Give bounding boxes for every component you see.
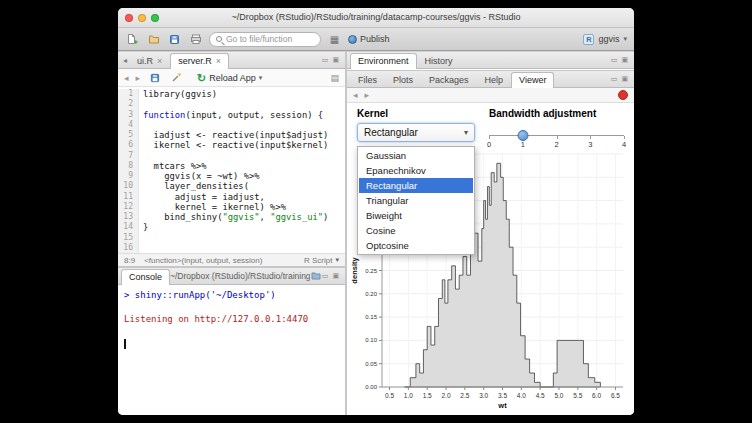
reload-app-button[interactable]: ↻ Reload App ▾ (197, 73, 262, 83)
maximize-pane-icon[interactable]: ▣ (621, 56, 628, 64)
bandwidth-slider[interactable]: 01234 (489, 129, 624, 155)
kernel-option[interactable]: Optcosine (359, 238, 473, 253)
magic-wand-icon[interactable] (169, 71, 184, 85)
back-icon[interactable]: ◂ (353, 90, 358, 100)
kernel-option[interactable]: Gaussian (359, 148, 473, 163)
chevron-down-icon: ▾ (335, 256, 339, 264)
slider-tick (624, 136, 625, 139)
slider-tick-label: 1 (521, 140, 525, 149)
close-window-button[interactable] (125, 14, 133, 22)
code-line[interactable]: 14} (118, 222, 345, 232)
close-icon[interactable]: × (216, 55, 221, 68)
new-file-icon[interactable] (125, 32, 140, 46)
pane-controls: ▭ ▣ (611, 75, 631, 83)
svg-text:3.5: 3.5 (498, 392, 507, 399)
bandwidth-control: Bandwidth adjustment 01234 (489, 108, 624, 155)
forward-icon[interactable]: ▸ (136, 73, 141, 83)
publish-button[interactable]: Publish (348, 34, 390, 44)
slider-tick (523, 136, 524, 139)
minimize-pane-icon[interactable]: ▭ (611, 75, 618, 83)
file-type-selector[interactable]: R Script (304, 256, 332, 265)
open-folder-icon[interactable] (146, 32, 161, 46)
code-line[interactable]: 4 (118, 120, 345, 130)
slider-tick (557, 136, 558, 139)
svg-text:0.5: 0.5 (385, 392, 394, 399)
editor-toolbar: ◂ ▸ ↻ Reload App ▾ ▤ (118, 69, 345, 87)
bandwidth-label: Bandwidth adjustment (489, 108, 624, 119)
viewer-tabbar: Files Plots Packages Help Viewer ▭ ▣ (347, 71, 634, 88)
working-directory: ~/Dropbox (RStudio)/RStudio/training/dat… (170, 271, 310, 281)
svg-text:2.5: 2.5 (460, 392, 469, 399)
tab-environment[interactable]: Environment (350, 53, 417, 69)
kernel-option[interactable]: Cosine (359, 223, 473, 238)
scope-selector[interactable]: <function>(input, output, session) (144, 256, 262, 265)
code-line[interactable]: 2 (118, 99, 345, 109)
minimize-window-button[interactable] (138, 14, 146, 22)
goto-file-input[interactable]: Go to file/function (209, 32, 321, 47)
svg-text:0.25: 0.25 (365, 268, 377, 274)
code-line[interactable]: 1library(ggvis) (118, 89, 345, 99)
addins-icon[interactable]: ▦ (327, 32, 342, 46)
maximize-pane-icon[interactable]: ▣ (621, 75, 628, 83)
document-outline-icon[interactable]: ▤ (330, 73, 339, 83)
minimize-pane-icon[interactable]: ▭ (322, 272, 329, 280)
tab-console[interactable]: Console (121, 269, 170, 285)
tab-files[interactable]: Files (350, 73, 385, 87)
code-area[interactable]: 1library(ggvis)23function(input, output,… (118, 89, 345, 253)
kernel-option[interactable]: Epanechnikov (359, 163, 473, 178)
save-icon[interactable] (167, 32, 182, 46)
console-cursor (124, 339, 126, 349)
cursor-position: 8:9 (124, 256, 135, 265)
tab-plots[interactable]: Plots (385, 73, 421, 87)
kernel-select[interactable]: Rectangular ▾ (357, 123, 475, 142)
code-line[interactable]: 13 bind_shiny("ggvis", "ggvis_ui") (118, 212, 345, 222)
tab-ui-r[interactable]: ui.R × (129, 54, 170, 68)
minimize-pane-icon[interactable]: ▭ (322, 56, 329, 64)
print-icon[interactable] (188, 32, 203, 46)
project-label: ggvis (598, 34, 619, 44)
minimize-pane-icon[interactable]: ▭ (611, 56, 618, 64)
back-icon[interactable]: ◂ (124, 73, 129, 83)
code-line[interactable]: 15 (118, 233, 345, 243)
source-tabbar: ◂ ui.R × server.R × ▭ ▣ (118, 52, 345, 69)
code-line[interactable]: 7 (118, 151, 345, 161)
environment-pane: Environment History ▭ ▣ (347, 52, 634, 70)
tab-scroll-left-icon[interactable]: ◂ (121, 56, 129, 65)
svg-text:2.0: 2.0 (441, 392, 450, 399)
kernel-option[interactable]: Triangular (359, 193, 473, 208)
forward-icon[interactable]: ▸ (365, 90, 370, 100)
code-line[interactable]: 6 ikernel <- reactive(input$kernel) (118, 140, 345, 150)
code-line[interactable]: 5 iadjust <- reactive(input$adjust) (118, 130, 345, 140)
reload-label: Reload App (209, 73, 256, 83)
tab-help[interactable]: Help (477, 73, 512, 87)
save-icon[interactable] (147, 71, 162, 85)
code-line[interactable]: 3function(input, output, session) { (118, 110, 345, 120)
kernel-option[interactable]: Rectangular (359, 178, 473, 193)
tab-label: Packages (429, 74, 469, 87)
code-line[interactable]: 8 mtcars %>% (118, 161, 345, 171)
code-line[interactable]: 12 kernel = ikernel) %>% (118, 202, 345, 212)
code-line[interactable]: 9 ggvis(x = ~wt) %>% (118, 171, 345, 181)
zoom-window-button[interactable] (151, 14, 159, 22)
folder-icon[interactable] (310, 269, 322, 283)
kernel-dropdown-menu[interactable]: GaussianEpanechnikovRectangularTriangula… (357, 146, 475, 255)
console-body[interactable]: > shiny::runApp('~/Desktop') Listening o… (118, 285, 345, 415)
kernel-option[interactable]: Biweight (359, 208, 473, 223)
code-line[interactable]: 11 adjust = iadjust, (118, 192, 345, 202)
maximize-pane-icon[interactable]: ▣ (332, 272, 339, 280)
tab-history[interactable]: History (417, 54, 461, 68)
tab-server-r[interactable]: server.R × (170, 53, 229, 69)
maximize-pane-icon[interactable]: ▣ (332, 56, 339, 64)
stop-app-button[interactable] (618, 90, 628, 100)
tab-packages[interactable]: Packages (421, 73, 477, 87)
svg-text:4.5: 4.5 (536, 392, 545, 399)
workspace: ◂ ui.R × server.R × ▭ ▣ ◂ ▸ (118, 52, 634, 415)
tab-label: History (425, 55, 453, 68)
code-line[interactable]: 16 (118, 243, 345, 253)
code-line[interactable]: 10 layer_densities( (118, 181, 345, 191)
slider-tick (489, 136, 490, 139)
svg-text:6.0: 6.0 (592, 392, 601, 399)
project-menu[interactable]: R ggvis ▾ (583, 34, 627, 45)
close-icon[interactable]: × (157, 55, 162, 68)
tab-viewer[interactable]: Viewer (511, 72, 554, 88)
